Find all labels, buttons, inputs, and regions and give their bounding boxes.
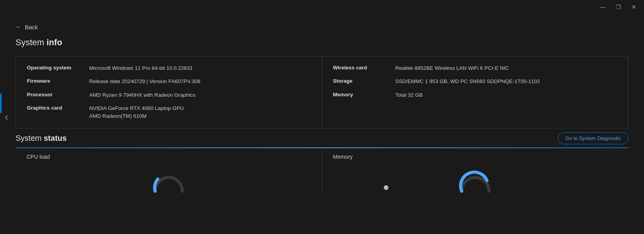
info-row: FirmwareRelease date 20240729 | Version …: [27, 78, 311, 85]
minimize-button[interactable]: —: [599, 4, 607, 10]
info-value: AMD Ryzen 9 7940HX with Radeon Graphics: [89, 91, 195, 99]
page-title-suffix: info: [46, 37, 62, 47]
memory-gauge-panel: Memory: [322, 148, 629, 195]
status-title: System status: [16, 134, 67, 143]
info-left-panel: Operating systemMicrosoft Windows 11 Pro…: [16, 57, 322, 128]
info-label: Operating system: [27, 64, 89, 71]
info-row: Graphics cardNVIDIA GeForce RTX 4060 Lap…: [27, 105, 311, 121]
restore-button[interactable]: ❐: [614, 4, 622, 10]
info-label: Wireless card: [333, 64, 395, 71]
info-value: NVIDIA GeForce RTX 4060 Laptop GPUAMD Ra…: [89, 105, 184, 121]
info-label: Firmware: [27, 78, 89, 84]
info-row: Operating systemMicrosoft Windows 11 Pro…: [27, 64, 311, 72]
cpu-gauge-svg: [149, 164, 188, 195]
info-right-panel: Wireless cardRealtek 8852BE Wireless LAN…: [322, 57, 628, 128]
page-title: System info: [16, 37, 628, 48]
info-label: Graphics card: [27, 105, 89, 111]
page-title-prefix: System: [16, 37, 46, 47]
cpu-gauge-panel: CPU load: [16, 148, 322, 195]
back-arrow-icon: ←: [16, 23, 22, 30]
memory-gauge-svg: [456, 164, 495, 195]
info-label: Memory: [333, 91, 395, 98]
info-row: StorageSSD/EMMC 1 953 GB, WD PC SN560 SD…: [333, 78, 618, 85]
status-title-suffix: status: [44, 134, 67, 142]
info-value: SSD/EMMC 1 953 GB, WD PC SN560 SDDPNQE-1…: [395, 78, 540, 85]
info-value: Microsoft Windows 11 Pro 64-bit 10.0.226…: [89, 64, 193, 72]
diagnostic-button[interactable]: Go to System Diagnostic: [558, 132, 628, 144]
status-header: System status Go to System Diagnostic: [16, 128, 628, 144]
info-row: Wireless cardRealtek 8852BE Wireless LAN…: [333, 64, 618, 72]
info-value: Realtek 8852BE Wireless LAN WiFi 6 PCI-E…: [395, 64, 509, 72]
titlebar: — ❐ ✕: [593, 0, 644, 14]
memory-gauge-container: [333, 164, 618, 195]
close-button[interactable]: ✕: [630, 4, 638, 10]
back-button[interactable]: ← Back: [16, 23, 628, 30]
back-label: Back: [25, 24, 38, 30]
info-label: Processor: [27, 91, 89, 98]
info-value: Total 32 GB: [395, 91, 423, 99]
system-status-section: System status Go to System Diagnostic CP…: [16, 128, 628, 195]
cpu-load-label: CPU load: [26, 154, 311, 160]
info-row: MemoryTotal 32 GB: [333, 91, 618, 99]
info-row: ProcessorAMD Ryzen 9 7940HX with Radeon …: [27, 91, 311, 99]
info-value: Release date 20240729 | Version FA607PV.…: [89, 78, 200, 85]
status-gauges: CPU load Memory: [16, 148, 628, 195]
system-info-grid: Operating systemMicrosoft Windows 11 Pro…: [16, 56, 628, 128]
main-content: ← Back System info Operating systemMicro…: [0, 16, 644, 234]
memory-label: Memory: [333, 154, 618, 160]
cpu-gauge-container: [26, 164, 311, 195]
status-title-prefix: System: [16, 134, 44, 142]
info-label: Storage: [333, 78, 395, 84]
